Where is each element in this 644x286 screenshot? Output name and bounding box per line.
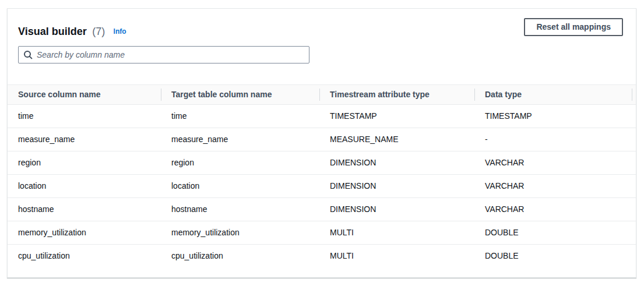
cell-timestream-attribute-type: DIMENSION — [319, 151, 474, 174]
search-box[interactable] — [18, 46, 309, 63]
table-body: time time TIMESTAMP TIMESTAMP measure_na… — [8, 105, 636, 268]
cell-data-type: VARCHAR — [474, 151, 636, 174]
column-header-source-column-name: Source column name — [8, 85, 161, 104]
table-header-row: Source column name Target table column n… — [8, 84, 636, 105]
cell-source-column-name: measure_name — [8, 128, 161, 151]
cell-source-column-name: region — [8, 151, 161, 174]
cell-timestream-attribute-type: MULTI — [319, 221, 474, 244]
reset-all-mappings-button[interactable]: Reset all mappings — [524, 18, 623, 36]
table-row: region region DIMENSION VARCHAR — [8, 151, 636, 175]
cell-source-column-name: memory_utilization — [8, 221, 161, 244]
info-link[interactable]: Info — [114, 27, 126, 36]
cell-timestream-attribute-type: DIMENSION — [319, 175, 474, 197]
cell-data-type: VARCHAR — [474, 198, 636, 221]
cell-data-type: DOUBLE — [474, 245, 636, 268]
table-row: memory_utilization memory_utilization MU… — [8, 221, 636, 245]
cell-target-table-column-name: time — [161, 105, 319, 128]
cell-target-table-column-name: hostname — [161, 198, 319, 221]
table-row: location location DIMENSION VARCHAR — [8, 175, 636, 198]
cell-source-column-name: time — [8, 105, 161, 128]
cell-data-type: VARCHAR — [474, 175, 636, 197]
cell-timestream-attribute-type: MULTI — [319, 245, 474, 268]
cell-source-column-name: location — [8, 175, 161, 197]
visual-builder-card: Reset all mappings Visual builder (7) In… — [7, 8, 636, 278]
cell-target-table-column-name: cpu_utilization — [161, 245, 319, 268]
cell-timestream-attribute-type: TIMESTAMP — [319, 105, 474, 128]
item-count: (7) — [92, 26, 105, 37]
cell-timestream-attribute-type: MEASURE_NAME — [319, 128, 474, 151]
cell-data-type: TIMESTAMP — [474, 105, 636, 128]
column-header-data-type: Data type — [474, 85, 636, 104]
page-title: Visual builder — [18, 26, 87, 37]
cell-timestream-attribute-type: DIMENSION — [319, 198, 474, 221]
column-header-target-table-column-name: Target table column name — [161, 85, 319, 104]
cell-data-type: - — [474, 128, 636, 151]
search-input[interactable] — [37, 50, 304, 59]
cell-source-column-name: cpu_utilization — [8, 245, 161, 268]
cell-target-table-column-name: region — [161, 151, 319, 174]
cell-target-table-column-name: memory_utilization — [161, 221, 319, 244]
table-row: cpu_utilization cpu_utilization MULTI DO… — [8, 245, 636, 268]
cell-data-type: DOUBLE — [474, 221, 636, 244]
cell-target-table-column-name: location — [161, 175, 319, 197]
magnifying-glass-icon — [23, 50, 33, 59]
cell-source-column-name: hostname — [8, 198, 161, 221]
column-header-timestream-attribute-type: Timestream attribute type — [319, 85, 474, 104]
table-row: measure_name measure_name MEASURE_NAME - — [8, 128, 636, 151]
table-row: time time TIMESTAMP TIMESTAMP — [8, 105, 636, 128]
cell-target-table-column-name: measure_name — [161, 128, 319, 151]
table-row: hostname hostname DIMENSION VARCHAR — [8, 198, 636, 221]
